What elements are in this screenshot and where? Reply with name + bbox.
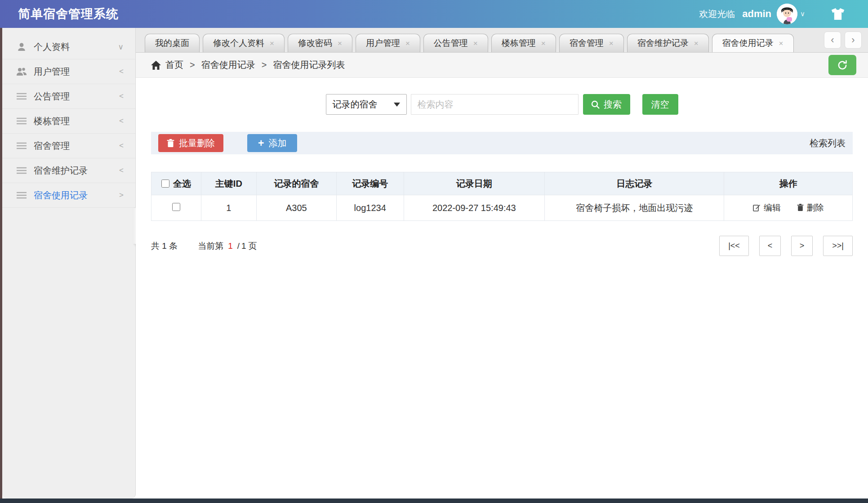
select-all-checkbox[interactable]	[161, 180, 169, 188]
plus-icon: +	[258, 138, 264, 148]
breadcrumb-level1[interactable]: 宿舍使用记录	[201, 59, 255, 71]
search-button[interactable]: 搜索	[583, 94, 630, 115]
breadcrumb-separator: >	[190, 60, 195, 70]
total-pages-number: 1	[241, 241, 246, 251]
chevron-left-icon: <	[119, 166, 124, 175]
cell-date: 2022-09-27 15:49:43	[404, 195, 545, 221]
chevron-left-icon: <	[119, 92, 124, 101]
tab-scroll-left-button[interactable]: ‹	[824, 31, 841, 49]
tab-buildings[interactable]: 楼栋管理 ×	[491, 34, 556, 52]
tab-scroll-right-button[interactable]: ›	[845, 31, 862, 49]
current-page-prefix: 当前第	[198, 240, 223, 252]
first-page-button[interactable]: |<<	[719, 236, 749, 256]
sidebar-item-maintenance-records[interactable]: 宿舍维护记录 <	[2, 158, 135, 183]
tab-dorms[interactable]: 宿舍管理 ×	[559, 34, 624, 52]
trash-icon	[167, 139, 174, 148]
user-menu-caret-icon[interactable]: ∨	[800, 10, 805, 18]
edit-action[interactable]: 编辑	[753, 202, 781, 214]
close-icon[interactable]: ×	[270, 40, 274, 47]
column-header: 记录的宿舍	[256, 172, 336, 195]
list-icon	[15, 141, 28, 150]
search-input[interactable]	[411, 94, 579, 115]
breadcrumb-home[interactable]: 首页	[165, 59, 183, 71]
sidebar-item-usage-records[interactable]: 宿舍使用记录 >	[2, 183, 135, 208]
pagination: 共 1 条 当前第 1 / 1 页 |<< < > >>|	[151, 236, 853, 256]
sidebar-item-users[interactable]: 用户管理 <	[2, 59, 135, 84]
edit-icon	[753, 204, 761, 211]
tab-label: 我的桌面	[155, 37, 189, 49]
tab-change-password[interactable]: 修改密码 ×	[288, 34, 352, 52]
batch-delete-button[interactable]: 批量删除	[158, 134, 223, 152]
theme-tshirt-icon[interactable]	[831, 8, 845, 20]
tab-label: 楼栋管理	[502, 37, 536, 49]
add-button[interactable]: + 添加	[247, 134, 297, 152]
home-icon	[151, 61, 161, 70]
sidebar-item-announcements[interactable]: 公告管理 <	[2, 84, 135, 109]
tab-usage-records[interactable]: 宿舍使用记录 ×	[712, 34, 794, 52]
app-title: 简单宿舍管理系统	[18, 6, 119, 22]
close-icon[interactable]: ×	[473, 40, 478, 47]
sidebar-item-buildings[interactable]: 楼栋管理 <	[2, 109, 135, 134]
tab-user-management[interactable]: 用户管理 ×	[356, 34, 420, 52]
total-count-text: 共 1 条	[151, 240, 178, 252]
refresh-button[interactable]	[828, 55, 856, 75]
column-header: 主键ID	[201, 172, 256, 195]
list-icon	[15, 117, 28, 126]
avatar[interactable]	[777, 4, 797, 24]
close-icon[interactable]: ×	[779, 40, 783, 47]
tab-edit-profile[interactable]: 修改个人资料 ×	[203, 34, 285, 52]
page-suffix: 页	[249, 240, 257, 252]
close-icon[interactable]: ×	[541, 40, 546, 47]
edit-label: 编辑	[764, 202, 781, 214]
username-text: admin	[742, 8, 771, 20]
breadcrumb: 首页 > 宿舍使用记录 > 宿舍使用记录列表	[136, 53, 868, 78]
records-table: 全选 主键ID 记录的宿舍 记录编号 记录日期 日志记录 操作 1	[151, 172, 853, 221]
list-icon	[15, 191, 28, 200]
select-value: 记录的宿舍	[333, 99, 378, 111]
sidebar-item-label: 公告管理	[34, 90, 70, 103]
page-separator: /	[237, 241, 240, 251]
batch-delete-label: 批量删除	[179, 137, 215, 149]
sidebar-item-label: 宿舍维护记录	[34, 165, 88, 177]
prev-page-button[interactable]: <	[759, 236, 781, 256]
cell-id: 1	[201, 195, 256, 221]
tab-label: 用户管理	[366, 37, 400, 49]
sidebar-item-dorms[interactable]: 宿舍管理 <	[2, 134, 135, 158]
tab-label: 公告管理	[434, 37, 468, 49]
tab-my-desktop[interactable]: 我的桌面	[145, 34, 200, 52]
table-toolbar: 批量删除 + 添加 检索列表	[151, 132, 853, 154]
breadcrumb-separator: >	[262, 60, 267, 70]
header-user-area: 欢迎光临 admin ∨	[699, 4, 850, 24]
tab-announcements[interactable]: 公告管理 ×	[423, 34, 488, 52]
last-page-button[interactable]: >>|	[823, 236, 853, 256]
sidebar-item-label: 楼栋管理	[34, 115, 70, 127]
chevron-right-icon: >	[119, 191, 124, 200]
column-header: 全选	[173, 178, 191, 190]
trash-icon	[797, 204, 804, 211]
main-area: 我的桌面 修改个人资料 × 修改密码 × 用户管理 × 公告管理 × 楼栋管理 …	[136, 28, 868, 499]
chevron-left-icon: <	[119, 141, 124, 150]
sidebar-item-label: 个人资料	[34, 41, 70, 53]
tab-label: 宿舍管理	[570, 37, 604, 49]
tab-maintenance-records[interactable]: 宿舍维护记录 ×	[627, 34, 709, 52]
next-page-button[interactable]: >	[791, 236, 813, 256]
row-checkbox[interactable]	[172, 203, 180, 211]
table-header-row: 全选 主键ID 记录的宿舍 记录编号 记录日期 日志记录 操作	[151, 172, 853, 195]
delete-label: 删除	[807, 202, 824, 214]
delete-action[interactable]: 删除	[797, 202, 824, 214]
tab-scroll-buttons: ‹ ›	[824, 31, 864, 49]
clear-button[interactable]: 清空	[642, 94, 678, 115]
close-icon[interactable]: ×	[609, 40, 614, 47]
list-icon	[15, 166, 28, 175]
welcome-text: 欢迎光临	[699, 8, 735, 20]
search-field-select[interactable]: 记录的宿舍	[326, 94, 407, 115]
column-header: 操作	[724, 172, 853, 195]
cell-record-no: log1234	[336, 195, 404, 221]
close-icon[interactable]: ×	[694, 40, 699, 47]
sidebar-item-profile[interactable]: 个人资料 ∨	[2, 35, 135, 59]
close-icon[interactable]: ×	[405, 40, 410, 47]
top-header: 简单宿舍管理系统 欢迎光临 admin ∨	[0, 0, 868, 28]
chevron-left-icon: <	[119, 117, 124, 126]
close-icon[interactable]: ×	[338, 40, 342, 47]
chevron-left-icon: <	[119, 67, 124, 76]
